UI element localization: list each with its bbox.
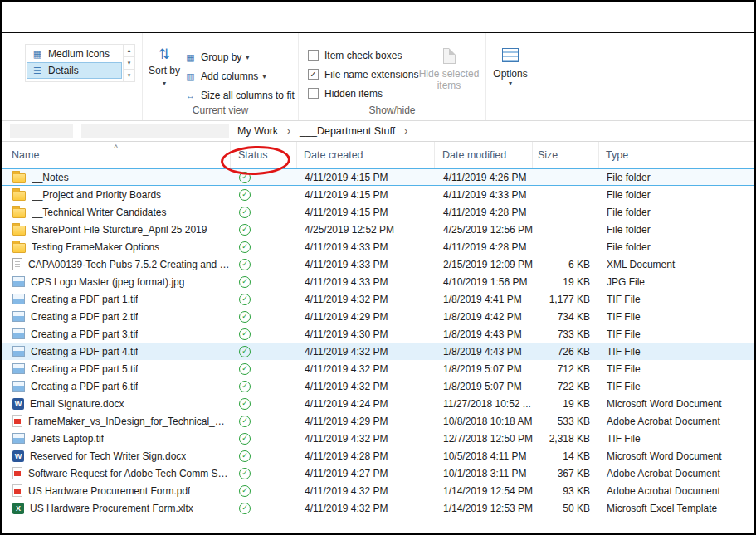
- table-row[interactable]: Creating a PDF part 3.tif✓4/11/2019 4:30…: [2, 325, 754, 343]
- options-label: Options: [492, 68, 529, 80]
- layout-gallery-item[interactable]: ☰Details: [27, 62, 122, 79]
- file-name: US Hardware Procurement Form.xltx: [30, 503, 193, 514]
- name-cell: __Project and Priority Boards: [2, 187, 232, 202]
- file-name: CPS Logo Master (jpeg format).jpg: [31, 276, 184, 288]
- date-modified-cell: 1/14/2019 12:54 PM: [436, 483, 534, 499]
- type-cell: File folder: [600, 221, 754, 237]
- explorer-window: ▦Medium icons☰Details ▴ ▾ ▾ ⇅ Sort by ▾ …: [0, 0, 756, 535]
- word-file-icon: W: [12, 398, 24, 410]
- table-row[interactable]: Creating a PDF part 1.tif✓4/11/2019 4:32…: [2, 290, 754, 308]
- details-icon: ☰: [32, 66, 43, 76]
- date-modified-cell: 12/7/2018 12:50 PM: [436, 430, 534, 446]
- gallery-more-button[interactable]: ▾: [124, 70, 134, 81]
- table-row[interactable]: Creating a PDF part 6.tif✓4/11/2019 4:32…: [2, 377, 754, 395]
- file-name: Creating a PDF part 4.tif: [31, 346, 138, 357]
- date-created-cell: 4/11/2019 4:27 PM: [298, 465, 436, 481]
- date-created-cell: 4/11/2019 4:32 PM: [298, 361, 436, 377]
- table-row[interactable]: Janets Laptop.tif✓4/11/2019 4:32 PM12/7/…: [2, 430, 754, 447]
- sort-by-button[interactable]: ⇅ Sort by ▾: [147, 45, 182, 90]
- breadcrumb-item[interactable]: My Work: [237, 125, 278, 137]
- size-cell: 712 KB: [534, 361, 600, 377]
- table-row[interactable]: Software Request for Adobe Tech Comm Su.…: [2, 464, 754, 482]
- gallery-scroll-up-button[interactable]: ▴: [124, 45, 134, 57]
- table-row[interactable]: FrameMaker_vs_InDesign_for_Technical_Do.…: [2, 412, 754, 430]
- table-row[interactable]: CAPA00139-Tech Pubs 7.5.2 Creating and u…: [2, 255, 754, 273]
- table-row[interactable]: Creating a PDF part 4.tif✓4/11/2019 4:32…: [2, 343, 754, 360]
- size-all-columns-button[interactable]: ↔ Size all columns to fit: [184, 88, 295, 103]
- date-modified-cell: 1/8/2019 5:07 PM: [436, 361, 534, 377]
- column-header-label: Date created: [304, 149, 363, 161]
- table-row[interactable]: __Technical Writer Candidates✓4/11/2019 …: [2, 203, 754, 221]
- group-by-button[interactable]: ▦ Group by ▾: [184, 50, 249, 65]
- group-by-label: Group by: [201, 51, 241, 63]
- size-columns-label: Size all columns to fit: [201, 90, 295, 101]
- group-by-icon: ▦: [184, 52, 197, 63]
- column-header-size[interactable]: Size: [533, 142, 599, 168]
- group-label-show-hide: Show/hide: [299, 105, 485, 116]
- table-row[interactable]: __Project and Priority Boards✓4/11/2019 …: [2, 186, 754, 203]
- name-cell: Creating a PDF part 5.tif: [2, 361, 232, 377]
- checkbox-item-check-boxes[interactable]: Item check boxes: [308, 48, 402, 62]
- column-header-name[interactable]: Name^: [2, 142, 231, 168]
- table-row[interactable]: Creating a PDF part 2.tif✓4/11/2019 4:29…: [2, 308, 754, 325]
- table-row[interactable]: CPS Logo Master (jpeg format).jpg✓4/11/2…: [2, 273, 754, 290]
- image-file-icon: [12, 381, 25, 392]
- column-header-type[interactable]: Type: [599, 142, 754, 168]
- table-row[interactable]: WEmail Signature.docx✓4/11/2019 4:24 PM1…: [2, 395, 754, 412]
- breadcrumb-item[interactable]: ___Department Stuff: [300, 125, 395, 137]
- date-modified-cell: 4/10/2019 1:56 PM: [436, 274, 534, 289]
- file-list-header: Name^StatusDate createdDate modifiedSize…: [2, 142, 754, 168]
- file-name: CAPA00139-Tech Pubs 7.5.2 Creating and u…: [28, 259, 232, 270]
- name-cell: __Notes: [2, 169, 232, 185]
- table-row[interactable]: Testing FrameMaker Options✓4/11/2019 4:3…: [2, 238, 754, 255]
- image-file-icon: [12, 433, 25, 444]
- sync-status-icon: ✓: [239, 328, 251, 340]
- checkbox-label: Item check boxes: [324, 50, 402, 61]
- layout-gallery-items: ▦Medium icons☰Details: [26, 45, 123, 81]
- hide-selected-label: Hide selected items: [417, 68, 481, 91]
- options-button[interactable]: Options ▾: [492, 48, 529, 87]
- add-columns-button[interactable]: ▥ Add columns ▾: [184, 69, 266, 84]
- date-created-cell: 4/11/2019 4:32 PM: [298, 291, 436, 307]
- table-row[interactable]: US Hardware Procurement Form.pdf✓4/11/20…: [2, 482, 754, 499]
- size-cell: [534, 221, 600, 237]
- redacted-path-segment: [81, 124, 229, 138]
- date-created-cell: 4/11/2019 4:15 PM: [298, 187, 436, 202]
- size-cell: [534, 204, 600, 220]
- pdf-file-icon: [12, 484, 22, 497]
- sync-status-icon: ✓: [239, 241, 251, 253]
- date-modified-cell: 2/15/2019 12:09 PM: [436, 256, 534, 272]
- status-cell: ✓: [232, 187, 298, 202]
- column-header-date-created[interactable]: Date created: [297, 142, 435, 168]
- status-cell: ✓: [232, 465, 298, 481]
- date-created-cell: 4/11/2019 4:32 PM: [298, 500, 436, 516]
- table-row[interactable]: __Notes✓4/11/2019 4:15 PM4/11/2019 4:26 …: [2, 168, 754, 186]
- table-row[interactable]: XUS Hardware Procurement Form.xltx✓4/11/…: [2, 499, 754, 517]
- table-row[interactable]: Creating a PDF part 5.tif✓4/11/2019 4:32…: [2, 360, 754, 377]
- gallery-scroll-down-button[interactable]: ▾: [124, 57, 134, 70]
- date-modified-cell: 4/25/2019 12:56 PM: [436, 221, 534, 237]
- address-bar[interactable]: My Work›___Department Stuff›: [2, 121, 754, 142]
- date-created-cell: 4/11/2019 4:28 PM: [298, 448, 436, 464]
- column-header-date-modified[interactable]: Date modified: [435, 142, 533, 168]
- status-cell: ✓: [232, 204, 298, 220]
- size-cell: 50 KB: [534, 500, 600, 516]
- type-cell: TIF File: [600, 378, 754, 394]
- hide-selected-items-button[interactable]: Hide selected items: [417, 48, 481, 91]
- checkbox-file-name-extensions[interactable]: ✓File name extensions: [308, 67, 418, 81]
- table-row[interactable]: WReserved for Tech Writer Sign.docx✓4/11…: [2, 447, 754, 464]
- date-modified-cell: 11/27/2018 10:52 ...: [436, 396, 534, 411]
- column-header-status[interactable]: Status: [231, 142, 297, 168]
- size-cell: 19 KB: [534, 396, 600, 411]
- file-name: Reserved for Tech Writer Sign.docx: [30, 450, 186, 462]
- layout-gallery-item[interactable]: ▦Medium icons: [27, 46, 122, 62]
- file-name: US Hardware Procurement Form.pdf: [28, 485, 190, 497]
- status-cell: ✓: [232, 378, 298, 394]
- status-cell: ✓: [232, 274, 298, 289]
- file-name: Creating a PDF part 1.tif: [31, 294, 138, 305]
- chevron-down-icon: ▾: [262, 73, 266, 80]
- checkbox-hidden-items[interactable]: Hidden items: [308, 86, 383, 100]
- column-header-label: Size: [538, 149, 558, 161]
- table-row[interactable]: SharePoint File Sturcture_April 25 2019✓…: [2, 221, 754, 238]
- sync-status-icon: ✓: [239, 189, 251, 201]
